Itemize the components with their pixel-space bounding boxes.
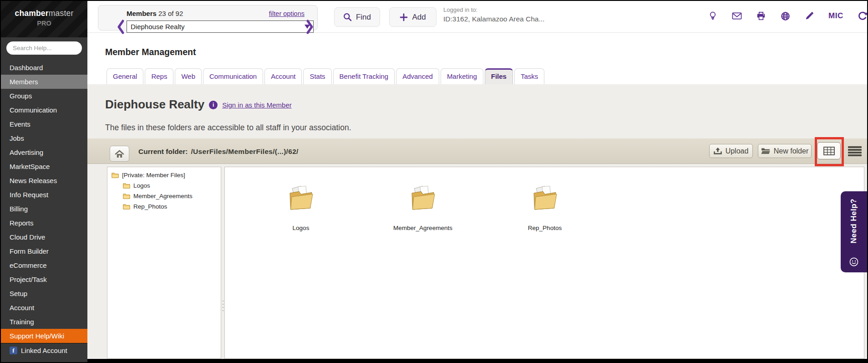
sidebar-item-advertising[interactable]: Advertising bbox=[1, 145, 87, 159]
tab-tasks[interactable]: Tasks bbox=[514, 68, 544, 84]
new-folder-icon bbox=[761, 148, 770, 154]
sidebar-item-members[interactable]: Members bbox=[1, 75, 87, 89]
new-folder-button[interactable]: New folder bbox=[758, 144, 812, 158]
folder-icon bbox=[123, 183, 130, 189]
sidebar-item-info-request[interactable]: Info Request bbox=[1, 188, 87, 202]
sidebar-item-dashboard[interactable]: Dashboard bbox=[1, 61, 87, 75]
home-icon bbox=[115, 150, 124, 158]
new-folder-label: New folder bbox=[774, 147, 808, 155]
tree-item-member-agreements[interactable]: Member_Agreements bbox=[107, 191, 221, 201]
tab-reps[interactable]: Reps bbox=[145, 68, 173, 84]
sidebar-nav: Dashboard Members Groups Communication E… bbox=[1, 61, 87, 358]
print-icon[interactable] bbox=[756, 11, 766, 21]
sidebar-item-account[interactable]: Account bbox=[1, 301, 87, 315]
upload-label: Upload bbox=[726, 147, 749, 155]
next-record-icon[interactable] bbox=[306, 20, 314, 34]
sidebar-item-ecommerce[interactable]: eCommerce bbox=[1, 258, 87, 272]
tree-item-label: [Private: Member Files] bbox=[122, 172, 185, 179]
tab-stats[interactable]: Stats bbox=[303, 68, 331, 84]
sidebar-item-news-releases[interactable]: News Releases bbox=[1, 174, 87, 188]
record-entity: Members bbox=[127, 10, 157, 17]
sidebar-item-support-help-wiki[interactable]: Support Help/Wiki bbox=[1, 329, 87, 343]
tab-web[interactable]: Web bbox=[175, 68, 202, 84]
open-folder-icon bbox=[286, 185, 316, 212]
plus-icon bbox=[400, 13, 408, 21]
member-tabs: General Reps Web Communication Account S… bbox=[107, 68, 544, 84]
member-select[interactable]: Diephouse Realty bbox=[127, 20, 314, 33]
search-help-input[interactable] bbox=[6, 41, 82, 55]
folder-label: Rep_Photos bbox=[508, 225, 581, 231]
open-folder-icon bbox=[408, 185, 438, 212]
folder-label: Member_Agreements bbox=[386, 225, 459, 231]
tab-benefit-tracking[interactable]: Benefit Tracking bbox=[333, 68, 395, 84]
lightbulb-icon[interactable] bbox=[708, 11, 718, 21]
filter-options-link[interactable]: filter options bbox=[269, 10, 305, 17]
member-select-value: Diephouse Realty bbox=[131, 23, 184, 31]
sidebar-item-training[interactable]: Training bbox=[1, 315, 87, 329]
current-folder-path: /UserFiles/MemberFiles/(...)/62/ bbox=[191, 148, 299, 156]
sidebar-item-communication[interactable]: Communication bbox=[1, 103, 87, 117]
tab-account[interactable]: Account bbox=[264, 68, 302, 84]
refresh-icon[interactable] bbox=[858, 11, 868, 21]
edit-pencil-icon[interactable] bbox=[804, 11, 814, 21]
grid-view-icon bbox=[823, 147, 835, 155]
info-icon[interactable]: i bbox=[209, 101, 218, 109]
facebook-icon: f bbox=[10, 347, 17, 354]
sign-in-as-member-link[interactable]: Sign in as this Member bbox=[222, 101, 292, 109]
tab-files[interactable]: Files bbox=[485, 68, 513, 84]
folder-item-member-agreements[interactable]: Member_Agreements bbox=[386, 185, 459, 231]
folder-item-logos[interactable]: Logos bbox=[264, 185, 337, 231]
logged-in-info: Logged in to: ID:3162, Kalamazoo Area Ch… bbox=[443, 6, 544, 23]
open-folder-icon bbox=[530, 185, 560, 212]
tree-item-logos[interactable]: Logos bbox=[107, 180, 221, 191]
globe-icon[interactable] bbox=[780, 11, 790, 21]
sidebar-item-project-task[interactable]: Project/Task bbox=[1, 272, 87, 286]
previous-record-icon[interactable] bbox=[117, 20, 124, 34]
tab-advanced[interactable]: Advanced bbox=[396, 68, 439, 84]
sidebar-item-billing[interactable]: Billing bbox=[1, 202, 87, 216]
list-view-button[interactable] bbox=[846, 145, 864, 157]
add-label: Add bbox=[412, 13, 426, 22]
search-icon bbox=[343, 13, 352, 21]
add-button[interactable]: Add bbox=[389, 7, 437, 27]
app-window: chambermaster PRO Dashboard Members Grou… bbox=[0, 0, 868, 363]
brand-name: chambermaster bbox=[1, 9, 87, 18]
tab-marketing[interactable]: Marketing bbox=[441, 68, 483, 84]
tab-communication[interactable]: Communication bbox=[203, 68, 263, 84]
record-position: 23 of 92 bbox=[158, 10, 183, 17]
folder-icon bbox=[123, 204, 130, 210]
pane-splitter-handle[interactable] bbox=[222, 301, 224, 311]
sidebar-item-marketspace[interactable]: MarketSpace bbox=[1, 159, 87, 174]
sidebar-item-reports[interactable]: Reports bbox=[1, 216, 87, 230]
brand-light: master bbox=[49, 9, 74, 18]
sidebar-item-linked-account[interactable]: f Linked Account bbox=[1, 343, 87, 358]
mic-menu-item[interactable]: MIC bbox=[828, 11, 843, 20]
email-icon[interactable] bbox=[732, 11, 742, 21]
need-help-tab[interactable]: Need Help? bbox=[841, 191, 867, 272]
sidebar-item-form-builder[interactable]: Form Builder bbox=[1, 244, 87, 258]
folder-label: Logos bbox=[264, 225, 337, 231]
find-button[interactable]: Find bbox=[334, 7, 380, 27]
current-folder-label: Current folder: bbox=[138, 148, 188, 156]
sidebar-item-events[interactable]: Events bbox=[1, 117, 87, 131]
home-folder-button[interactable] bbox=[110, 146, 129, 162]
upload-button[interactable]: Upload bbox=[709, 144, 753, 158]
files-access-note: The files in these folders are accessibl… bbox=[105, 123, 351, 133]
member-heading-row: Diephouse Realty i Sign in as this Membe… bbox=[105, 97, 292, 111]
sidebar-item-cloud-drive[interactable]: Cloud Drive bbox=[1, 230, 87, 244]
header-icon-bar: MIC bbox=[708, 11, 868, 21]
bottom-border-bar bbox=[87, 359, 867, 363]
tab-general[interactable]: General bbox=[107, 68, 143, 84]
folder-item-rep-photos[interactable]: Rep_Photos bbox=[508, 185, 581, 231]
grid-view-button[interactable] bbox=[817, 142, 841, 159]
sidebar-item-groups[interactable]: Groups bbox=[1, 89, 87, 103]
sidebar-item-jobs[interactable]: Jobs bbox=[1, 131, 87, 145]
tree-item-label: Logos bbox=[133, 182, 150, 189]
smiley-icon bbox=[849, 257, 859, 267]
tree-item-rep-photos[interactable]: Rep_Photos bbox=[107, 201, 221, 212]
current-folder-breadcrumb: Current folder: /UserFiles/MemberFiles/(… bbox=[138, 148, 299, 156]
record-count: Members 23 of 92 bbox=[127, 10, 183, 17]
sidebar-item-setup[interactable]: Setup bbox=[1, 286, 87, 301]
files-content-pane: Logos Member_Agreements Rep_Photos bbox=[224, 167, 864, 359]
tree-item-root[interactable]: [Private: Member Files] bbox=[107, 170, 221, 180]
